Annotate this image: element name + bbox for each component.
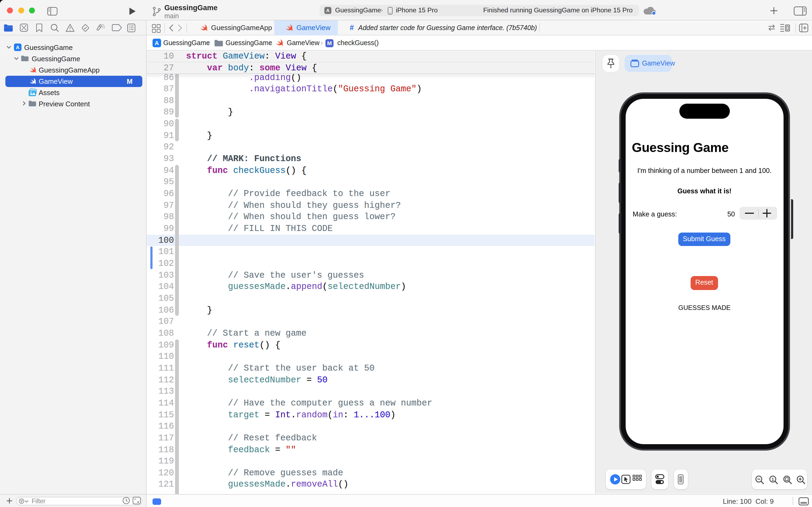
svg-text:A: A — [326, 7, 330, 13]
svg-text:A: A — [16, 45, 19, 50]
svg-text:1: 1 — [771, 477, 773, 482]
svg-text:A: A — [155, 40, 159, 47]
